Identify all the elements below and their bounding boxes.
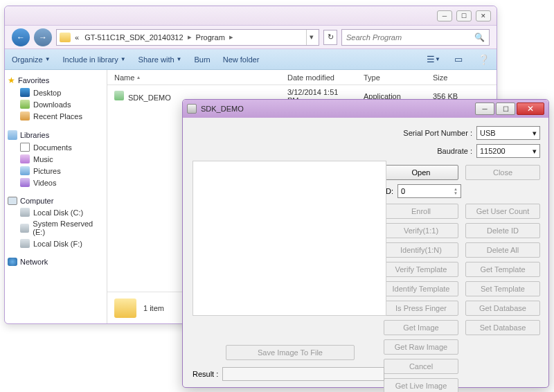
chevron-down-icon: ▼	[177, 56, 182, 62]
new-folder-button[interactable]: New folder	[223, 55, 260, 64]
dialog-titlebar: SDK_DEMO ─ ☐ ✕	[183, 100, 548, 118]
sort-indicator-icon: ▴	[137, 74, 140, 80]
delete-all-button[interactable]: Delete All	[465, 242, 540, 258]
folder-icon	[60, 33, 71, 42]
share-with-menu[interactable]: Share with▼	[138, 55, 182, 64]
verify-1-1-button[interactable]: Verify(1:1)	[384, 223, 458, 238]
set-database-button[interactable]: Set Database	[465, 320, 540, 335]
dialog-body: Serial Port Number : USB▾ Baudrate : 115…	[183, 118, 548, 387]
cancel-button[interactable]: Cancel	[384, 359, 458, 374]
organize-menu[interactable]: Organize▼	[12, 55, 51, 64]
save-image-to-file-button[interactable]: Save Image To File	[226, 345, 355, 360]
chevron-down-icon: ▼	[120, 56, 126, 62]
sdk-demo-dialog: SDK_DEMO ─ ☐ ✕ Serial Port Number : USB▾…	[182, 99, 549, 388]
explorer-close-button[interactable]: ✕	[476, 10, 491, 21]
chevron-down-icon: ▾	[533, 147, 537, 156]
refresh-button[interactable]: ↻	[323, 30, 337, 45]
burn-button[interactable]: Burn	[194, 55, 210, 64]
sidebar-item-pictures[interactable]: Pictures	[8, 165, 104, 177]
sidebar-item-local-disk-c[interactable]: Local Disk (C:)	[8, 206, 104, 218]
network-group[interactable]: Network	[8, 256, 104, 267]
chevron-down-icon[interactable]: ▼	[454, 191, 458, 195]
nav-forward-button[interactable]: →	[34, 28, 52, 46]
help-icon[interactable]: ❔	[477, 53, 490, 66]
result-field	[222, 367, 384, 381]
desktop-icon	[20, 88, 30, 97]
folder-icon	[114, 299, 136, 318]
breadcrumb[interactable]: « GT-511C1R_SDK_20140312 ▸ Program ▸ ▾	[56, 29, 319, 46]
explorer-minimize-button[interactable]: ─	[437, 10, 452, 21]
pictures-icon	[20, 166, 30, 175]
libraries-icon	[8, 130, 17, 140]
breadcrumb-prefix: «	[73, 33, 80, 42]
explorer-maximize-button[interactable]: ☐	[456, 10, 472, 21]
sidebar-item-desktop[interactable]: Desktop	[8, 87, 104, 98]
get-user-count-button[interactable]: Get User Count	[465, 204, 540, 219]
get-raw-image-button[interactable]: Get Raw Image	[384, 339, 458, 355]
explorer-titlebar: ─ ☐ ✕	[5, 6, 497, 26]
open-button[interactable]: Open	[384, 165, 458, 180]
computer-group[interactable]: Computer	[8, 195, 104, 206]
network-icon	[8, 258, 17, 266]
right-controls: Serial Port Number : USB▾ Baudrate : 115…	[381, 126, 540, 392]
column-size[interactable]: Size	[426, 73, 481, 82]
include-in-library-menu[interactable]: Include in library▼	[63, 55, 126, 64]
serial-port-label: Serial Port Number :	[403, 129, 472, 137]
column-name[interactable]: Name▴	[107, 73, 280, 82]
disk-icon	[20, 208, 30, 217]
search-icon: 🔍	[474, 33, 485, 42]
chevron-down-icon: ▾	[533, 129, 537, 138]
search-input[interactable]	[346, 33, 474, 42]
close-connection-button[interactable]: Close	[465, 165, 540, 180]
breadcrumb-seg1[interactable]: GT-511C1R_SDK_20140312	[83, 33, 184, 42]
breadcrumb-seg2[interactable]: Program	[195, 33, 226, 42]
preview-pane-button[interactable]: ▭	[452, 53, 465, 66]
sidebar-item-downloads[interactable]: Downloads	[8, 98, 104, 110]
search-box[interactable]: 🔍	[341, 29, 490, 46]
favorites-group[interactable]: ★Favorites	[8, 74, 104, 87]
get-template-button[interactable]: Get Template	[465, 262, 540, 277]
sidebar-item-documents[interactable]: Documents	[8, 141, 104, 153]
dialog-minimize-button[interactable]: ─	[475, 103, 494, 115]
dialog-maximize-button[interactable]: ☐	[496, 103, 515, 115]
sidebar-item-system-reserved[interactable]: System Reserved (E:)	[8, 218, 104, 238]
serial-port-select[interactable]: USB▾	[476, 126, 540, 140]
id-spinner[interactable]: 0 ▲▼	[397, 184, 461, 198]
is-press-finger-button[interactable]: Is Press Finger	[384, 301, 458, 316]
star-icon: ★	[8, 75, 15, 85]
get-live-image-button[interactable]: Get Live Image	[384, 378, 458, 392]
address-bar-row: ← → « GT-511C1R_SDK_20140312 ▸ Program ▸…	[5, 26, 497, 49]
dialog-close-button[interactable]: ✕	[517, 103, 544, 115]
command-bar: Organize▼ Include in library▼ Share with…	[5, 49, 497, 70]
disk-icon	[20, 239, 30, 248]
item-count: 1 item	[143, 304, 164, 312]
file-name: SDK_DEMO	[128, 93, 171, 102]
disk-icon	[20, 224, 29, 233]
set-template-button[interactable]: Set Template	[465, 281, 540, 296]
sidebar-item-videos[interactable]: Videos	[8, 177, 104, 188]
baudrate-select[interactable]: 115200▾	[476, 144, 540, 158]
chevron-right-icon: ▸	[188, 33, 192, 42]
delete-id-button[interactable]: Delete ID	[465, 223, 540, 238]
recent-icon	[20, 112, 30, 121]
enroll-button[interactable]: Enroll	[384, 204, 458, 219]
get-database-button[interactable]: Get Database	[465, 301, 540, 316]
view-options-button[interactable]: ☰ ▼	[427, 53, 440, 66]
identify-1-n-button[interactable]: Identify(1:N)	[384, 242, 458, 258]
column-date[interactable]: Date modified	[280, 73, 357, 82]
baudrate-label: Baudrate :	[437, 147, 472, 155]
identify-template-button[interactable]: Identify Template	[384, 281, 458, 296]
verify-template-button[interactable]: Verify Template	[384, 262, 458, 277]
computer-icon	[8, 197, 17, 205]
get-image-button[interactable]: Get Image	[384, 320, 458, 335]
libraries-group[interactable]: Libraries	[8, 129, 104, 141]
sidebar-item-recent-places[interactable]: Recent Places	[8, 110, 104, 122]
sidebar-item-music[interactable]: Music	[8, 153, 104, 165]
breadcrumb-dropdown[interactable]: ▾	[306, 30, 316, 45]
sidebar-item-local-disk-f[interactable]: Local Disk (F:)	[8, 238, 104, 249]
navigation-pane: ★Favorites Desktop Downloads Recent Plac…	[5, 70, 107, 323]
app-icon	[187, 104, 197, 114]
column-type[interactable]: Type	[357, 73, 426, 82]
nav-back-button[interactable]: ←	[12, 28, 30, 46]
image-preview	[193, 161, 386, 316]
